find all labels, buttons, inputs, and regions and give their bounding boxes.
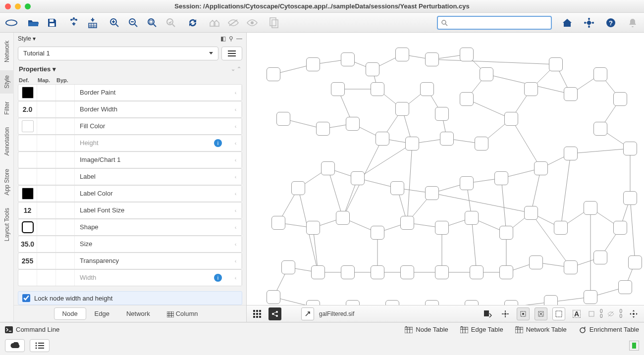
import-table-icon[interactable]	[86, 16, 99, 29]
expand-icon[interactable]: ‹	[230, 152, 242, 168]
select-mode2-icon[interactable]	[535, 307, 547, 320]
prop-row-border-width[interactable]: 2.0Border Width‹	[18, 101, 242, 118]
graph-node[interactable]	[564, 87, 578, 101]
expand-icon[interactable]: ‹	[230, 186, 242, 202]
style-menu-button[interactable]	[221, 47, 242, 60]
prop-row-label[interactable]: Label‹	[18, 168, 242, 185]
home-button-icon[interactable]	[561, 16, 574, 29]
swatch[interactable]	[22, 188, 34, 200]
popout-icon[interactable]	[301, 307, 314, 320]
graph-node[interactable]	[593, 251, 607, 264]
graph-node[interactable]	[529, 255, 543, 269]
graph-node[interactable]	[504, 112, 518, 126]
value[interactable]: 2.0	[23, 105, 32, 113]
pin-icon[interactable]: ⚲	[229, 35, 233, 42]
graph-node[interactable]	[281, 260, 295, 274]
graph-node[interactable]	[564, 147, 578, 160]
logo-icon[interactable]	[5, 16, 18, 29]
graph-node[interactable]	[524, 206, 538, 220]
prop-row-transparency[interactable]: 255Transparency‹	[18, 253, 242, 269]
graph-node[interactable]	[390, 181, 404, 195]
info-icon[interactable]: i	[214, 139, 222, 147]
web-icon[interactable]	[583, 16, 595, 29]
graph-node[interactable]	[584, 201, 597, 215]
notification-icon[interactable]	[626, 16, 639, 29]
select-mode-icon[interactable]	[517, 307, 530, 320]
graph-node[interactable]	[366, 62, 379, 76]
graph-node[interactable]	[405, 137, 419, 151]
graph-node[interactable]	[371, 226, 384, 240]
graph-node[interactable]	[321, 161, 335, 175]
import-network-icon[interactable]	[67, 16, 80, 29]
search-input[interactable]	[448, 19, 548, 26]
graph-node[interactable]	[460, 92, 474, 106]
style-dropdown[interactable]: Tutorial 1	[18, 47, 218, 60]
graph-node[interactable]	[376, 132, 389, 146]
graph-node[interactable]	[465, 211, 479, 225]
graph-node[interactable]	[420, 82, 434, 96]
graph-node[interactable]	[291, 181, 305, 195]
expand-icon[interactable]: ‹	[230, 101, 242, 117]
graph-node[interactable]	[623, 191, 637, 205]
open-icon[interactable]	[27, 16, 40, 29]
status-node-table[interactable]: Node Table	[405, 326, 448, 333]
prop-row-label-color[interactable]: Label Color‹	[18, 185, 242, 202]
help-icon[interactable]: ?	[604, 16, 617, 29]
detach-icon[interactable]: ◧	[220, 35, 226, 42]
graph-node[interactable]	[435, 265, 449, 279]
prop-row-fill-color[interactable]: Fill Color‹	[18, 118, 242, 135]
share-icon[interactable]	[268, 307, 281, 320]
search-box[interactable]	[437, 16, 552, 30]
list-button[interactable]	[30, 339, 50, 352]
graph-node[interactable]	[465, 300, 479, 305]
graph-node[interactable]	[549, 57, 563, 71]
graph-node[interactable]	[306, 57, 320, 71]
graph-node[interactable]	[499, 265, 513, 279]
prop-row-width[interactable]: Widthi‹	[18, 269, 242, 286]
expand-icon[interactable]: ‹	[230, 203, 242, 218]
graph-node[interactable]	[475, 137, 488, 151]
graph-node[interactable]	[435, 221, 449, 235]
swatch[interactable]	[22, 120, 34, 132]
graph-node[interactable]	[470, 265, 483, 279]
network-view[interactable]	[247, 33, 644, 305]
rail-tab-annotation[interactable]: Annotation	[0, 122, 14, 160]
graph-node[interactable]	[306, 221, 320, 235]
graph-node[interactable]	[395, 48, 409, 61]
graph-node[interactable]	[276, 112, 290, 126]
prop-row-height[interactable]: Heighti‹	[18, 135, 242, 152]
graph-node[interactable]	[499, 226, 513, 240]
rail-tab-layout-tools[interactable]: Layout Tools	[0, 203, 14, 246]
zoom-fit-icon[interactable]	[146, 16, 159, 29]
graph-node[interactable]	[267, 67, 280, 81]
label-mode-icon[interactable]: A	[570, 307, 583, 320]
graph-node[interactable]	[346, 300, 360, 305]
value[interactable]: 255	[22, 257, 33, 265]
graph-node[interactable]	[618, 280, 632, 294]
graph-node[interactable]	[544, 295, 558, 305]
graph-node[interactable]	[311, 265, 325, 279]
expand-icon[interactable]: ‹	[230, 135, 242, 151]
graph-node[interactable]	[316, 122, 330, 136]
graph-node[interactable]	[400, 265, 414, 279]
graph-node[interactable]	[425, 52, 439, 66]
grid-view-icon[interactable]	[251, 307, 264, 320]
graph-node[interactable]	[400, 216, 414, 230]
graph-node[interactable]	[306, 300, 320, 305]
zoom-out-icon[interactable]	[127, 16, 140, 29]
graph-node[interactable]	[271, 216, 285, 230]
graph-node[interactable]	[504, 300, 518, 305]
expand-icon[interactable]: ‹	[230, 85, 242, 101]
graph-node[interactable]	[480, 67, 493, 81]
graph-node[interactable]	[524, 82, 538, 96]
status-enrichment-table[interactable]: Enrichment Table	[579, 326, 639, 333]
graph-node[interactable]	[593, 122, 607, 136]
value[interactable]: 35.0	[21, 240, 34, 248]
graph-node[interactable]	[425, 186, 439, 200]
graph-node[interactable]	[593, 67, 607, 81]
graph-node[interactable]	[435, 107, 449, 121]
graph-node[interactable]	[395, 102, 409, 116]
graph-node[interactable]	[371, 82, 384, 96]
style-tab-node[interactable]: Node	[54, 307, 86, 320]
memory-indicator[interactable]	[629, 341, 639, 351]
